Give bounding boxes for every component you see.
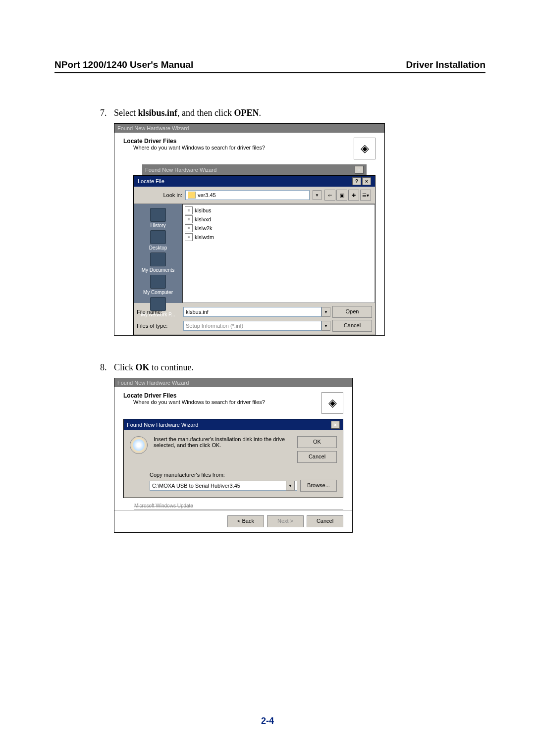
cd-icon bbox=[130, 436, 148, 454]
browse-button[interactable]: Browse... bbox=[300, 480, 337, 492]
dropdown-icon[interactable]: ▼ bbox=[313, 190, 321, 200]
history-icon bbox=[150, 208, 166, 222]
filename-input[interactable]: klsbus.inf bbox=[183, 307, 321, 317]
outer-titlebar: Found New Hardware Wizard bbox=[114, 124, 384, 133]
close-icon[interactable]: × bbox=[355, 166, 364, 174]
insert-disk-titlebar: Found New Hardware Wizard × bbox=[124, 419, 343, 430]
lookin-value: ver3.45 bbox=[198, 192, 216, 198]
cancel-button[interactable]: Cancel bbox=[297, 451, 337, 463]
insert-disk-dialog: Found New Hardware Wizard × Insert the m… bbox=[123, 419, 343, 498]
filetype-dropdown-icon[interactable]: ▼ bbox=[321, 321, 330, 331]
page-number: 2-4 bbox=[0, 716, 535, 726]
step-7-text: Select klsibus.inf, and then click OPEN. bbox=[114, 108, 261, 118]
newfolder-icon[interactable]: ✚ bbox=[348, 190, 359, 201]
file-list[interactable]: ≡klsibus ≡klsivxd ≡klsiw2k ≡klsiwdm bbox=[182, 204, 375, 303]
inf-file-icon: ≡ bbox=[185, 224, 193, 232]
inner-inactive-titlebar: Found New Hardware Wizard × bbox=[142, 164, 367, 175]
folder-icon bbox=[188, 192, 196, 199]
header-right: Driver Installation bbox=[406, 59, 486, 70]
locate-driver-title-2: Locate Driver Files bbox=[123, 392, 265, 399]
open-button[interactable]: Open bbox=[332, 306, 372, 318]
next-button[interactable]: Next > bbox=[267, 515, 304, 527]
inf-file-icon: ≡ bbox=[185, 206, 193, 214]
wizard-dialog-2: Found New Hardware Wizard Locate Driver … bbox=[114, 378, 353, 533]
file-klsivxd[interactable]: ≡klsivxd bbox=[185, 215, 211, 223]
locate-driver-caption: Where do you want Windows to search for … bbox=[133, 145, 265, 151]
filename-dropdown-icon[interactable]: ▼ bbox=[321, 307, 330, 317]
filetype-input[interactable]: Setup Information (*.inf) bbox=[183, 321, 321, 331]
file-klsiw2k[interactable]: ≡klsiw2k bbox=[185, 224, 212, 232]
place-history[interactable]: History bbox=[150, 208, 166, 228]
cancel-button[interactable]: Cancel bbox=[332, 320, 372, 332]
wizard-icon: ◈ bbox=[354, 138, 375, 159]
help-icon[interactable]: ? bbox=[352, 177, 361, 185]
step-8: 8. Click OK to continue. bbox=[100, 362, 485, 373]
muted-option-row: Microsoft Windows Update bbox=[134, 503, 343, 510]
step-8-text: Click OK to continue. bbox=[114, 362, 194, 373]
up-icon[interactable]: ▣ bbox=[336, 190, 347, 201]
locate-file-dialog: Locate File ? × Look in: ver3.45 ▼ bbox=[133, 175, 375, 335]
wizard-subheader: Locate Driver Files Where do you want Wi… bbox=[114, 133, 384, 164]
cancel-button[interactable]: Cancel bbox=[307, 515, 343, 527]
locate-driver-title: Locate Driver Files bbox=[123, 138, 265, 145]
step-8-num: 8. bbox=[100, 362, 114, 373]
wizard-icon: ◈ bbox=[321, 392, 343, 414]
close-icon[interactable]: × bbox=[362, 177, 371, 185]
dropdown-icon[interactable]: ▼ bbox=[286, 481, 295, 491]
outer-titlebar-2: Found New Hardware Wizard bbox=[114, 378, 352, 387]
locate-driver-caption-2: Where do you want Windows to search for … bbox=[133, 399, 265, 405]
back-button[interactable]: < Back bbox=[227, 515, 264, 527]
copy-from-label: Copy manufacturer's files from: bbox=[150, 472, 337, 478]
inf-file-icon: ≡ bbox=[185, 215, 193, 223]
ok-button[interactable]: OK bbox=[297, 436, 337, 448]
mycomputer-icon bbox=[150, 275, 166, 289]
locate-file-titlebar: Locate File ? × bbox=[134, 176, 375, 187]
place-mydocuments[interactable]: My Documents bbox=[142, 252, 175, 273]
header-left: NPort 1200/1240 User's Manual bbox=[54, 59, 193, 70]
wizard-dialog-outer: Found New Hardware Wizard Locate Driver … bbox=[114, 123, 385, 336]
place-mycomputer[interactable]: My Computer bbox=[143, 275, 173, 295]
step-7: 7. Select klsibus.inf, and then click OP… bbox=[100, 108, 485, 118]
place-desktop[interactable]: Desktop bbox=[149, 230, 167, 251]
views-icon[interactable]: ☰▾ bbox=[360, 190, 371, 201]
wizard-footer: < Back Next > Cancel bbox=[114, 510, 352, 532]
filename-label: File name: bbox=[137, 309, 181, 315]
page-header: NPort 1200/1240 User's Manual Driver Ins… bbox=[54, 59, 485, 73]
lookin-label: Look in: bbox=[138, 192, 182, 198]
filetype-label: Files of type: bbox=[137, 323, 181, 329]
file-klsibus[interactable]: ≡klsibus bbox=[185, 206, 212, 214]
step-7-num: 7. bbox=[100, 108, 114, 118]
lookin-row: Look in: ver3.45 ▼ ⇐ ▣ ✚ ☰▾ bbox=[134, 187, 375, 204]
screenshot-1: Found New Hardware Wizard Locate Driver … bbox=[114, 123, 485, 336]
inf-file-icon: ≡ bbox=[185, 233, 193, 241]
back-icon[interactable]: ⇐ bbox=[324, 190, 335, 201]
mydocuments-icon bbox=[150, 252, 166, 266]
lookin-combo[interactable]: ver3.45 bbox=[185, 190, 310, 200]
insert-disk-message: Insert the manufacturer's installation d… bbox=[154, 436, 293, 448]
places-bar: History Desktop My Documents My Computer… bbox=[134, 204, 182, 303]
screenshot-2: Found New Hardware Wizard Locate Driver … bbox=[114, 378, 485, 533]
close-icon[interactable]: × bbox=[331, 421, 340, 429]
file-klsiwdm[interactable]: ≡klsiwdm bbox=[185, 233, 214, 241]
desktop-icon bbox=[150, 230, 166, 244]
copy-from-combo[interactable]: C:\MOXA USB to Serial Hub\ver3.45 ▼ bbox=[150, 481, 297, 491]
